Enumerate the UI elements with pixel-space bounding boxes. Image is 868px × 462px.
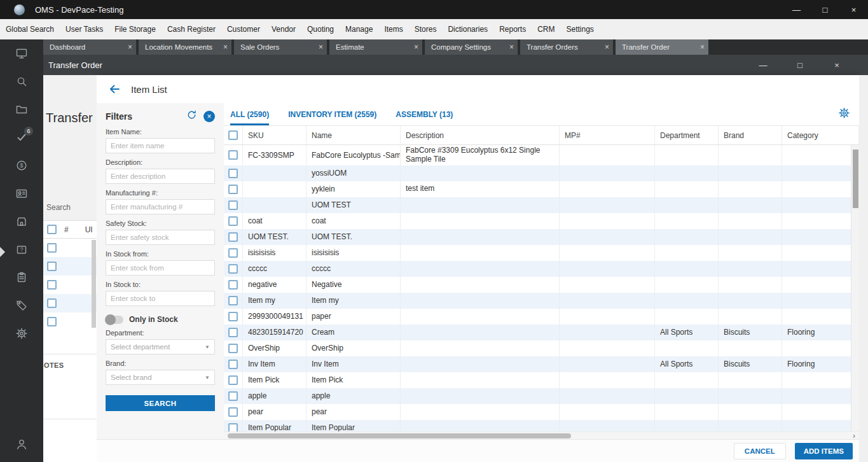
filter-input[interactable] — [106, 138, 215, 153]
table-row[interactable]: coat coat — [224, 213, 859, 229]
row-checkbox[interactable] — [228, 248, 238, 258]
table-row[interactable] — [43, 294, 97, 312]
row-checkbox[interactable] — [228, 344, 238, 353]
row-checkbox[interactable] — [228, 185, 238, 194]
add-items-button[interactable]: ADD ITEMS — [795, 443, 853, 459]
row-checkbox[interactable] — [47, 243, 57, 253]
menu-item[interactable]: Manage — [340, 19, 378, 39]
filter-input[interactable] — [106, 169, 215, 184]
row-checkbox[interactable] — [228, 280, 238, 290]
filter-input[interactable] — [106, 291, 215, 306]
close-button[interactable]: × — [839, 0, 868, 19]
menu-item[interactable]: Dictionaries — [442, 19, 493, 39]
row-checkbox[interactable] — [228, 375, 238, 385]
sidebar-item-search[interactable] — [0, 67, 43, 95]
table-row[interactable]: negative Negative — [224, 277, 859, 293]
tab-close-icon[interactable]: × — [410, 43, 418, 52]
row-checkbox[interactable] — [228, 216, 238, 226]
row-checkbox[interactable] — [47, 298, 57, 308]
inner-restore-button[interactable]: □ — [782, 55, 818, 75]
table-row[interactable]: Inv Item Inv Item All Sports Biscuits Fl… — [224, 356, 859, 372]
filter-input[interactable] — [106, 230, 215, 245]
department-select[interactable]: Select department ▼ — [106, 339, 215, 354]
table-row[interactable] — [43, 276, 97, 294]
vertical-scrollbar[interactable] — [851, 145, 859, 431]
flyout-arrow-icon[interactable] — [0, 247, 5, 257]
table-row[interactable]: FC-3309SMP FabCore Eucolyptus -Samp FabC… — [224, 145, 859, 165]
table-settings-gear-icon[interactable] — [838, 107, 850, 122]
column-header-department[interactable]: Department — [655, 126, 719, 144]
column-header-category[interactable]: Category — [782, 126, 859, 144]
item-type-tab[interactable]: INVENTORY ITEM (2559) — [288, 103, 376, 125]
tab-close-icon[interactable]: × — [124, 43, 132, 52]
table-row[interactable]: Item Pick Item Pick — [224, 372, 859, 388]
tab-close-icon[interactable]: × — [601, 43, 609, 52]
refresh-icon[interactable] — [186, 109, 197, 123]
inner-minimize-button[interactable]: — — [745, 55, 782, 75]
sidebar-item-tags[interactable] — [0, 291, 43, 319]
column-header-mp[interactable]: MP# — [560, 126, 655, 144]
table-row[interactable]: yossiUOM — [224, 165, 859, 181]
column-header-name[interactable]: Name — [307, 126, 401, 144]
column-header-sku[interactable]: SKU — [243, 126, 307, 144]
sidebar-item-orders[interactable] — [0, 263, 43, 291]
row-checkbox[interactable] — [228, 169, 238, 178]
back-arrow-icon[interactable] — [108, 83, 121, 95]
document-tab[interactable]: Estimate × — [329, 39, 422, 55]
table-row[interactable]: Item Popular Item Popular — [224, 420, 859, 431]
row-checkbox[interactable] — [47, 280, 57, 290]
sidebar-item-tasks[interactable]: 6 — [0, 123, 43, 151]
table-row[interactable] — [43, 239, 97, 257]
cancel-button[interactable]: CANCEL — [734, 443, 786, 459]
sidebar-item-stores[interactable] — [0, 207, 43, 235]
background-scrollbar[interactable] — [92, 240, 96, 328]
table-row[interactable]: 2999300049131 paper — [224, 309, 859, 325]
horizontal-scrollbar[interactable]: › — [224, 431, 859, 439]
table-row[interactable]: Item my Item my — [224, 293, 859, 309]
item-type-tab[interactable]: ASSEMBLY (13) — [396, 103, 453, 125]
sidebar-item-user[interactable] — [0, 430, 43, 458]
table-row[interactable]: apple apple — [224, 388, 859, 404]
menu-item[interactable]: User Tasks — [60, 19, 109, 39]
row-checkbox[interactable] — [228, 264, 238, 274]
row-checkbox[interactable] — [228, 312, 238, 321]
table-row[interactable] — [43, 312, 97, 331]
menu-item[interactable]: Stores — [409, 19, 443, 39]
document-tab[interactable]: Company Settings × — [425, 39, 518, 55]
table-row[interactable]: isisisisis isisisisis — [224, 245, 859, 261]
document-tab[interactable]: Sale Orders × — [234, 39, 327, 55]
vertical-scrollbar-thumb[interactable] — [853, 150, 858, 208]
menu-item[interactable]: File Storage — [109, 19, 162, 39]
menu-item[interactable]: Global Search — [0, 19, 60, 39]
table-row[interactable]: pear pear — [224, 404, 859, 420]
tab-close-icon[interactable]: × — [506, 43, 514, 52]
table-row[interactable]: UOM TEST — [224, 197, 859, 213]
table-row[interactable] — [43, 257, 97, 276]
row-checkbox[interactable] — [47, 262, 57, 271]
menu-item[interactable]: Cash Register — [162, 19, 221, 39]
row-checkbox[interactable] — [47, 317, 57, 326]
sidebar-item-payments[interactable]: $ — [0, 151, 43, 179]
document-tab[interactable]: Location Movements × — [139, 39, 231, 55]
horizontal-scrollbar-thumb[interactable] — [228, 433, 571, 438]
menu-item[interactable]: Quoting — [301, 19, 340, 39]
menu-item[interactable]: CRM — [532, 19, 560, 39]
close-filters-icon[interactable]: × — [203, 111, 215, 122]
row-checkbox[interactable] — [228, 423, 238, 431]
document-tab[interactable]: Transfer Order × — [616, 39, 708, 55]
menu-item[interactable]: Reports — [493, 19, 532, 39]
select-all-checkbox[interactable] — [228, 130, 238, 140]
document-tab[interactable]: Transfer Orders × — [520, 39, 613, 55]
table-row[interactable]: UOM TEST. UOM TEST. — [224, 229, 859, 245]
scroll-right-arrow-icon[interactable]: › — [849, 432, 859, 440]
sidebar-item-dashboard[interactable] — [0, 39, 43, 67]
table-row[interactable]: 4823015914720 Cream All Sports Biscuits … — [224, 325, 859, 340]
table-row[interactable]: ccccc ccccc — [224, 261, 859, 277]
column-header-brand[interactable]: Brand — [719, 126, 782, 144]
filter-input[interactable] — [106, 199, 215, 214]
table-row[interactable]: OverShip OverShip — [224, 340, 859, 356]
search-button[interactable]: SEARCH — [106, 395, 215, 411]
select-all-checkbox[interactable] — [47, 225, 57, 234]
row-checkbox[interactable] — [228, 200, 238, 210]
minimize-button[interactable]: — — [782, 0, 811, 19]
